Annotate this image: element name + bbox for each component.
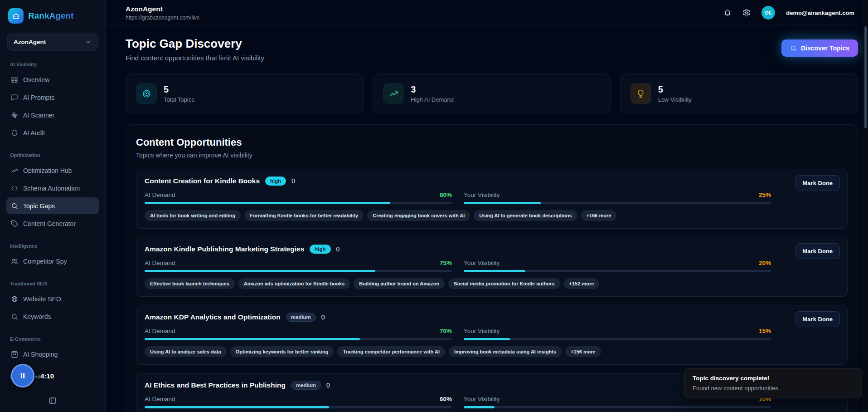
sidebar-item-website-seo[interactable]: Website SEO — [6, 290, 99, 307]
project-selector-value: AzonAgent — [14, 39, 46, 45]
opportunity-title: Amazon KDP Analytics and Optimization — [145, 313, 281, 321]
opportunity-title: Amazon Kindle Publishing Marketing Strat… — [145, 245, 304, 253]
stat-label: Low Visibility — [658, 96, 692, 103]
discover-topics-button[interactable]: Discover Topics — [781, 39, 858, 57]
visibility-meter: Your Visibility20 — [464, 260, 771, 272]
section-subtitle: Topics where you can improve AI visibili… — [136, 152, 848, 159]
ai-demand-meter: AI Demand75 — [145, 260, 452, 272]
trending-up-icon — [11, 167, 18, 174]
opportunity-card: Amazon KDP Analytics and Optimization me… — [136, 305, 848, 365]
priority-badge: high — [265, 177, 286, 186]
more-tags-pill[interactable]: +152 more — [564, 278, 600, 289]
topic-tag: Using AI to generate book descriptions — [474, 210, 577, 221]
stats-row: 5 Total Topics 3 High AI Demand 5 Low — [126, 74, 858, 113]
mark-done-button[interactable]: Mark Done — [795, 243, 840, 259]
opportunity-title: AI Ethics and Best Practices in Publishi… — [145, 381, 286, 389]
recording-timer: 4:10 — [40, 372, 54, 380]
topic-tag: Social media promotion for Kindle author… — [448, 278, 560, 289]
mark-done-button[interactable]: Mark Done — [795, 175, 840, 191]
sidebar-item-label: AI Prompts — [23, 94, 54, 101]
ai-demand-value: 60 — [440, 396, 452, 402]
ai-demand-value: 75 — [440, 260, 452, 266]
notifications-bell-icon[interactable] — [723, 9, 732, 17]
trending-up-icon — [383, 83, 404, 104]
topic-tag: Improving book metadata using AI insight… — [449, 346, 562, 357]
sidebar-item-ai-prompts[interactable]: AI Prompts — [6, 89, 99, 106]
sidebar-item-competitor-spy[interactable]: Competitor Spy — [6, 253, 99, 270]
more-tags-pill[interactable]: +156 more — [565, 346, 601, 357]
mark-done-button[interactable]: Mark Done — [795, 311, 840, 327]
sidebar-item-schema-automation[interactable]: Schema Automation — [6, 180, 99, 196]
sidebar-item-topic-gaps[interactable]: Topic Gaps — [6, 197, 99, 214]
ai-demand-meter: AI Demand70 — [145, 328, 452, 340]
panel-left-icon — [48, 397, 57, 405]
settings-gear-icon[interactable] — [742, 9, 751, 17]
opportunity-title: Content Creation for Kindle Books — [145, 177, 260, 185]
sidebar-item-content-generator[interactable]: Content Generator — [6, 215, 99, 232]
topbar: AzonAgent https://grabazonagent.com/live… — [106, 0, 868, 26]
stat-card-total-topics: 5 Total Topics — [126, 74, 364, 113]
visibility-meter: Your Visibility25 — [464, 191, 771, 204]
target-icon — [136, 83, 157, 104]
opportunity-count: 0 — [321, 314, 325, 321]
brand: RankAgent — [5, 6, 100, 25]
lightbulb-icon — [630, 83, 651, 104]
ai-demand-meter: AI Demand80 — [145, 191, 452, 204]
project-selector[interactable]: AzonAgent — [7, 33, 98, 51]
visibility-value: 20 — [759, 260, 771, 266]
stat-value: 5 — [658, 84, 692, 95]
sidebar-item-ai-scanner[interactable]: AI Scanner — [6, 107, 99, 123]
opportunity-card: Content Creation for Kindle Books high 0… — [136, 169, 848, 229]
pause-icon — [18, 371, 27, 380]
atom-scan-icon — [11, 112, 18, 119]
topic-tag: Creating engaging book covers with AI — [367, 210, 470, 221]
sidebar-item-label: Topic Gaps — [23, 202, 55, 210]
code-icon — [11, 185, 18, 192]
section-label-traditional-seo: Traditional SEO — [10, 281, 95, 286]
user-email: demo@airankagent.com — [786, 10, 854, 16]
site-title: AzonAgent — [126, 5, 199, 13]
opportunity-card: Amazon Kindle Publishing Marketing Strat… — [136, 237, 848, 297]
stat-value: 5 — [164, 84, 194, 95]
priority-badge: medium — [286, 313, 316, 322]
sidebar-item-ai-shopping[interactable]: AI Shopping — [6, 346, 99, 363]
app-root: RankAgent AzonAgent AI Visibility Overvi… — [0, 0, 868, 412]
topic-tag: Building author brand on Amazon — [354, 278, 445, 289]
topic-tag: Tracking competitor performance with AI — [337, 346, 445, 357]
page-scrollbar[interactable] — [863, 0, 868, 412]
sidebar-collapse-button[interactable] — [48, 397, 57, 405]
sidebar-item-overview[interactable]: Overview — [6, 71, 99, 88]
user-avatar[interactable]: DE — [761, 6, 775, 20]
topbar-site: AzonAgent https://grabazonagent.com/live — [126, 5, 199, 21]
globe-icon — [11, 295, 18, 303]
ai-demand-value: 70 — [440, 328, 452, 334]
sidebar-item-ai-audit[interactable]: AI Audit — [6, 124, 99, 141]
sidebar-item-keywords[interactable]: Keywords — [6, 308, 99, 325]
search-icon — [11, 313, 18, 320]
priority-badge: medium — [291, 381, 321, 390]
page-title: Topic Gap Discovery — [126, 37, 264, 51]
stat-card-high-ai-demand: 3 High AI Demand — [373, 74, 611, 113]
shield-icon — [11, 129, 18, 137]
brand-name: RankAgent — [28, 11, 73, 21]
pause-recording-button[interactable] — [11, 364, 34, 387]
stat-value: 3 — [411, 84, 454, 95]
toast-notification[interactable]: Topic discovery complete! Found new cont… — [684, 368, 862, 398]
shopping-bag-icon — [11, 351, 18, 358]
users-icon — [11, 258, 18, 265]
sidebar-item-label: AI Scanner — [23, 112, 54, 119]
ai-demand-value: 80 — [440, 191, 452, 198]
main-area: AzonAgent https://grabazonagent.com/live… — [106, 0, 868, 412]
search-icon — [11, 202, 18, 210]
opportunity-count: 0 — [326, 382, 330, 389]
more-tags-pill[interactable]: +166 more — [581, 210, 617, 221]
visibility-meter: Your Visibility15 — [464, 328, 771, 340]
sidebar-item-optimization-hub[interactable]: Optimization Hub — [6, 162, 99, 179]
scrollbar-thumb[interactable] — [864, 26, 867, 128]
topbar-actions: DE demo@airankagent.com — [723, 6, 854, 20]
visibility-value: 25 — [759, 191, 771, 198]
topic-tag: Effective book launch techniques — [145, 278, 235, 289]
stat-label: Total Topics — [164, 96, 194, 103]
sidebar-item-label: AI Shopping — [23, 351, 58, 358]
page-content: Topic Gap Discovery Find content opportu… — [106, 26, 868, 412]
